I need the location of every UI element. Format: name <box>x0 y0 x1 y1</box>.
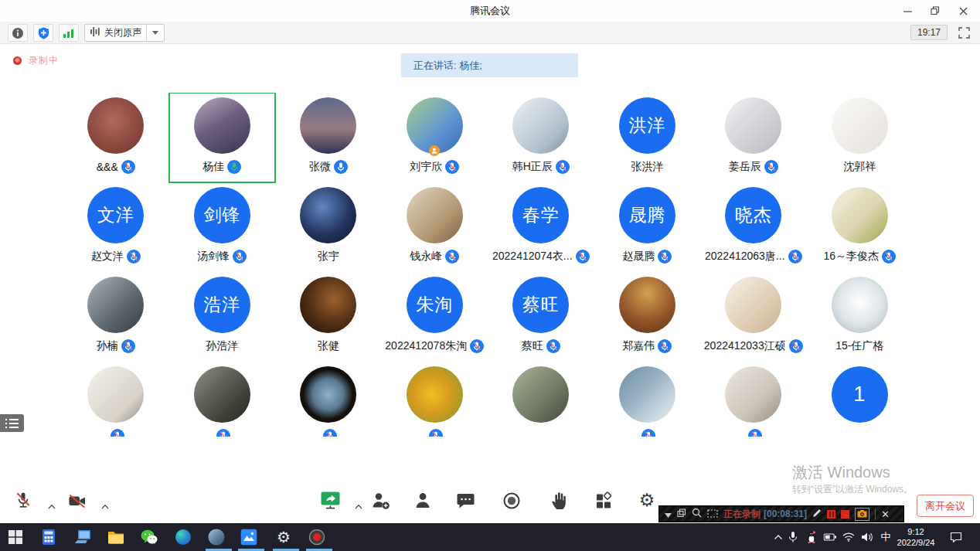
participant-tile[interactable]: 刘宇欣 <box>382 93 488 182</box>
mic-muted-badge <box>748 429 762 437</box>
participant-tile[interactable]: 蔡旺蔡旺 <box>488 272 594 362</box>
tray-clock[interactable]: 9:12 2022/9/24 <box>890 526 941 548</box>
participant-tile[interactable]: 张健 <box>275 272 382 362</box>
participant-tile[interactable]: 郑嘉伟 <box>594 272 701 362</box>
tray-penguin-icon[interactable] <box>806 531 818 543</box>
participant-name: 2022412063唐... <box>705 250 785 264</box>
participant-tile[interactable]: 姜岳辰 <box>700 93 807 182</box>
taskbar-tencent-meeting-icon[interactable] <box>241 529 257 546</box>
taskbar-edge-icon[interactable] <box>175 529 191 545</box>
fullscreen-icon[interactable] <box>957 26 971 39</box>
participant-tile[interactable] <box>275 362 382 437</box>
taskbar-start-icon[interactable] <box>9 530 22 544</box>
tray-microphone-icon[interactable] <box>789 532 798 543</box>
mic-muted-badge <box>445 250 459 264</box>
security-shield-icon[interactable] <box>33 24 53 42</box>
avatar <box>194 366 250 423</box>
taskbar-this-pc-icon[interactable] <box>74 529 91 545</box>
participant-tile[interactable]: 16～李俊杰 <box>807 182 914 272</box>
taskbar-screen-recorder-icon[interactable] <box>309 529 325 546</box>
original-voice-label: 关闭原声 <box>104 26 141 39</box>
avatar: 剑锋 <box>194 187 250 243</box>
taskbar-settings-icon[interactable]: ⚙ <box>277 529 291 545</box>
avatar <box>407 366 463 423</box>
participant-tile[interactable]: 杨佳 <box>169 93 276 182</box>
avatar: 1 <box>832 366 888 423</box>
leave-meeting-button[interactable]: 离开会议 <box>917 495 974 517</box>
avatar-photo <box>87 366 144 423</box>
tray-battery-icon[interactable] <box>824 533 837 541</box>
tray-time: 9:12 <box>890 526 941 537</box>
zoom-icon[interactable] <box>692 507 702 521</box>
participant-tile[interactable] <box>700 362 807 437</box>
chevron-down-icon[interactable] <box>152 31 158 35</box>
participant-tile[interactable]: 孙楠 <box>63 272 169 362</box>
participant-tile[interactable]: 洪洋张洪洋 <box>594 93 701 182</box>
participant-name: &&& <box>97 161 118 173</box>
participant-tile[interactable]: 浩洋孙浩洋 <box>169 272 276 362</box>
avatar-photo <box>407 187 463 243</box>
mic-muted-badge <box>788 250 802 264</box>
tencent-meeting-window: 腾讯会议 <box>0 0 980 551</box>
taskbar-user-avatar-icon[interactable] <box>209 529 225 546</box>
avatar-photo <box>619 277 675 333</box>
control-camera-off[interactable] <box>48 489 107 512</box>
avatar-photo <box>725 97 781 154</box>
tray-wifi-icon[interactable] <box>842 532 855 542</box>
participant-tile[interactable]: 晓杰2022412063唐... <box>700 182 807 272</box>
minimize-button[interactable] <box>893 0 921 22</box>
participant-tile[interactable]: 朱洵2022412078朱洵 <box>382 272 488 362</box>
window-icon[interactable] <box>677 507 686 521</box>
close-button[interactable] <box>949 0 977 22</box>
mic-muted-badge <box>764 160 778 174</box>
avatar-photo <box>725 366 781 423</box>
participant-name: 2022412033江硕 <box>704 339 786 353</box>
stop-icon[interactable] <box>841 510 849 519</box>
region-icon[interactable] <box>707 507 718 521</box>
audio-wave-icon <box>90 26 101 39</box>
participant-tile[interactable]: 钱永峰 <box>382 182 488 272</box>
avatar: 晟腾 <box>619 187 675 243</box>
chevron-up-icon[interactable] <box>101 498 109 512</box>
mic-muted-badge <box>233 250 247 264</box>
dropdown-icon[interactable] <box>665 507 672 521</box>
participant-tile[interactable]: 15-任广格 <box>807 272 914 362</box>
layout-toggle-button[interactable] <box>0 414 24 432</box>
taskbar-file-explorer-icon[interactable] <box>107 530 124 544</box>
participant-name: 沈郭祥 <box>843 160 876 174</box>
tray-volume-icon[interactable] <box>862 532 873 542</box>
participant-tile[interactable]: 1 <box>807 362 914 437</box>
close-icon[interactable]: ✕ <box>881 509 890 519</box>
participant-tile[interactable]: 春学2022412074衣... <box>488 182 594 272</box>
participant-tile[interactable] <box>63 362 169 437</box>
avatar <box>300 277 356 333</box>
pencil-icon[interactable] <box>812 507 822 521</box>
participant-tile[interactable]: 张宇 <box>275 182 382 272</box>
meeting-info-icon[interactable] <box>8 24 28 42</box>
participant-name: 孙楠 <box>97 339 118 353</box>
participant-tile[interactable] <box>169 362 276 437</box>
mic-muted-icon <box>0 489 53 510</box>
participant-tile[interactable]: 剑锋汤剑锋 <box>169 182 276 272</box>
participant-tile[interactable] <box>382 362 488 437</box>
participant-tile[interactable]: 文洋赵文洋 <box>63 182 169 272</box>
participant-tile[interactable]: 沈郭祥 <box>807 93 914 182</box>
host-badge-icon <box>429 145 440 156</box>
pause-icon[interactable] <box>827 510 835 519</box>
participant-tile[interactable] <box>488 362 594 437</box>
restore-button[interactable] <box>921 0 949 22</box>
participant-tile[interactable]: 张微 <box>275 93 382 182</box>
participant-tile[interactable]: 韩H正辰 <box>488 93 594 182</box>
taskbar-wechat-icon[interactable] <box>141 529 158 545</box>
network-signal-icon[interactable] <box>59 24 79 42</box>
taskbar-calculator-icon[interactable] <box>43 529 56 546</box>
participant-tile[interactable]: 2022412033江硕 <box>700 272 807 362</box>
action-center-icon[interactable] <box>951 532 962 542</box>
participant-tile[interactable]: 晟腾赵晟腾 <box>594 182 701 272</box>
participant-tile[interactable] <box>594 362 701 437</box>
control-mic-muted[interactable] <box>0 489 53 512</box>
tray-chevron-up-icon[interactable] <box>774 535 783 540</box>
camera-icon[interactable] <box>855 508 869 521</box>
original-voice-button[interactable]: 关闭原声 <box>84 24 165 42</box>
participant-tile[interactable]: &&& <box>63 93 169 182</box>
